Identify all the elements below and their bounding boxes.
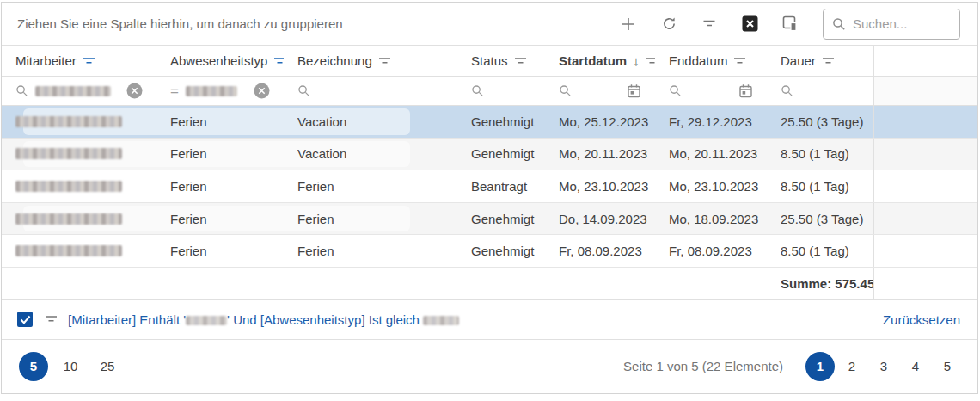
- redacted-employee-name: [15, 181, 122, 192]
- header-filter-icon[interactable]: [733, 57, 746, 65]
- column-header-status[interactable]: Status: [457, 46, 545, 76]
- add-row-button[interactable]: [614, 9, 643, 39]
- cell-status: Beantragt: [457, 170, 545, 202]
- filter-enabled-checkbox[interactable]: [17, 312, 33, 327]
- filter-row: =: [2, 77, 977, 106]
- filter-cell-startdatum[interactable]: [545, 77, 655, 105]
- column-header-abwesenheitstyp[interactable]: Abwesenheitstyp: [156, 46, 284, 76]
- column-header-empty: [873, 46, 977, 76]
- redacted-employee-name: [15, 148, 122, 159]
- filter-expression-text[interactable]: [Mitarbeiter] Enthält '' Und [Abwesenhei…: [68, 312, 459, 327]
- column-header-dauer[interactable]: Dauer: [767, 46, 873, 76]
- cell-empty: [873, 235, 977, 267]
- cell-enddatum: Mo, 18.09.2023: [655, 203, 767, 235]
- filter-icon: [45, 315, 58, 324]
- redacted-employee-name: [15, 245, 122, 256]
- cell-abwesenheitstyp: Ferien: [156, 203, 284, 235]
- cell-dauer: 25.50 (3 Tage): [767, 106, 873, 138]
- column-chooser-icon: [782, 15, 799, 32]
- header-filter-icon-active[interactable]: [83, 57, 95, 65]
- filter-cell-status[interactable]: [457, 77, 545, 105]
- column-header-enddatum[interactable]: Enddatum: [655, 46, 767, 76]
- grid-search-box[interactable]: [823, 9, 960, 40]
- calendar-icon[interactable]: [738, 83, 753, 98]
- refresh-icon: [662, 16, 677, 31]
- clear-filter-button[interactable]: [126, 83, 143, 99]
- cell-empty: [873, 170, 977, 202]
- cell-status: Genehmigt: [457, 106, 545, 138]
- filter-cell-enddatum[interactable]: [655, 77, 767, 105]
- filter-cell-mitarbeiter[interactable]: [2, 77, 156, 105]
- cell-bezeichnung: Ferien: [284, 235, 457, 267]
- column-chooser-button[interactable]: [775, 9, 805, 39]
- excel-export-icon: [742, 15, 758, 32]
- refresh-button[interactable]: [654, 9, 683, 39]
- page-size-5[interactable]: 5: [19, 352, 48, 381]
- cell-status: Genehmigt: [457, 139, 545, 170]
- header-filter-icon-active[interactable]: [273, 57, 284, 65]
- search-icon: [15, 84, 28, 97]
- cell-dauer: 8.50 (1 Tag): [767, 170, 873, 202]
- cell-mitarbeiter: [2, 235, 156, 267]
- page-size-selector: 5 10 25: [19, 352, 122, 381]
- cell-startdatum: Fr, 08.09.2023: [545, 235, 655, 267]
- header-filter-icon[interactable]: [514, 57, 527, 65]
- reset-filter-link[interactable]: Zurücksetzen: [883, 312, 960, 327]
- cell-dauer: 8.50 (1 Tag): [767, 139, 873, 170]
- table-row[interactable]: Ferien Ferien Beantragt Mo, 23.10.2023 M…: [2, 170, 977, 203]
- cell-dauer: 8.50 (1 Tag): [767, 235, 873, 267]
- table-row[interactable]: Ferien Ferien Genehmigt Do, 14.09.2023 M…: [2, 203, 977, 236]
- page-info-text: Seite 1 von 5 (22 Elemente): [623, 359, 783, 373]
- cell-bezeichnung: Ferien: [284, 203, 457, 235]
- pager-navigation: Seite 1 von 5 (22 Elemente) 1 2 3 4 5: [623, 352, 962, 381]
- filter-panel: [Mitarbeiter] Enthält '' Und [Abwesenhei…: [2, 300, 977, 340]
- redacted-filter-value: [423, 316, 459, 325]
- search-icon: [471, 84, 484, 97]
- summary-row: Summe: 575.45: [2, 268, 977, 300]
- redacted-filter-value: [186, 316, 227, 325]
- redacted-employee-name: [15, 213, 122, 225]
- table-row[interactable]: Ferien Vacation Genehmigt Mo, 25.12.2023…: [2, 106, 977, 139]
- table-row[interactable]: Ferien Vacation Genehmigt Mo, 20.11.2023…: [2, 139, 977, 171]
- search-icon: [559, 84, 572, 97]
- header-filter-icon[interactable]: [378, 57, 391, 65]
- cell-enddatum: Mo, 20.11.2023: [655, 139, 767, 170]
- cell-abwesenheitstyp: Ferien: [156, 106, 284, 138]
- page-size-10[interactable]: 10: [56, 352, 85, 381]
- cell-enddatum: Mo, 23.10.2023: [655, 170, 767, 202]
- clear-filter-button[interactable]: [254, 83, 270, 99]
- column-header-startdatum[interactable]: Startdatum ↓: [545, 46, 655, 76]
- cell-startdatum: Do, 14.09.2023: [545, 203, 655, 235]
- filter-cell-bezeichnung[interactable]: [284, 77, 457, 105]
- cell-enddatum: Fr, 08.09.2023: [655, 235, 767, 267]
- cell-startdatum: Mo, 20.11.2023: [545, 139, 655, 170]
- page-3[interactable]: 3: [869, 352, 898, 381]
- filter-toggle-button[interactable]: [695, 9, 724, 39]
- header-filter-icon[interactable]: [646, 57, 655, 65]
- checkmark-icon: [20, 315, 31, 324]
- page-2[interactable]: 2: [837, 352, 867, 381]
- search-input[interactable]: [853, 16, 947, 31]
- column-header-bezeichnung[interactable]: Bezeichnung: [284, 46, 457, 76]
- page-numbers: 1 2 3 4 5: [805, 352, 962, 381]
- header-row: Mitarbeiter Abwesenheitstyp Bezeichnung …: [2, 46, 977, 77]
- equals-operator-icon[interactable]: =: [170, 83, 179, 98]
- cell-abwesenheitstyp: Ferien: [156, 235, 284, 267]
- page-4[interactable]: 4: [901, 352, 930, 381]
- cell-status: Genehmigt: [457, 203, 545, 235]
- redacted-employee-name: [15, 116, 122, 127]
- cell-empty: [873, 139, 977, 170]
- calendar-icon[interactable]: [627, 83, 641, 98]
- search-icon: [669, 84, 682, 97]
- filter-cell-abwesenheitstyp[interactable]: =: [156, 77, 284, 105]
- table-row[interactable]: Ferien Ferien Genehmigt Fr, 08.09.2023 F…: [2, 235, 977, 268]
- page-size-25[interactable]: 25: [93, 352, 122, 381]
- page-5[interactable]: 5: [933, 352, 962, 381]
- cell-abwesenheitstyp: Ferien: [156, 139, 284, 170]
- page-1[interactable]: 1: [805, 352, 835, 381]
- header-filter-icon[interactable]: [822, 57, 835, 65]
- column-header-mitarbeiter[interactable]: Mitarbeiter: [2, 46, 156, 76]
- cell-mitarbeiter: [2, 106, 156, 138]
- filter-cell-dauer[interactable]: [767, 77, 873, 105]
- export-excel-button[interactable]: [735, 9, 764, 39]
